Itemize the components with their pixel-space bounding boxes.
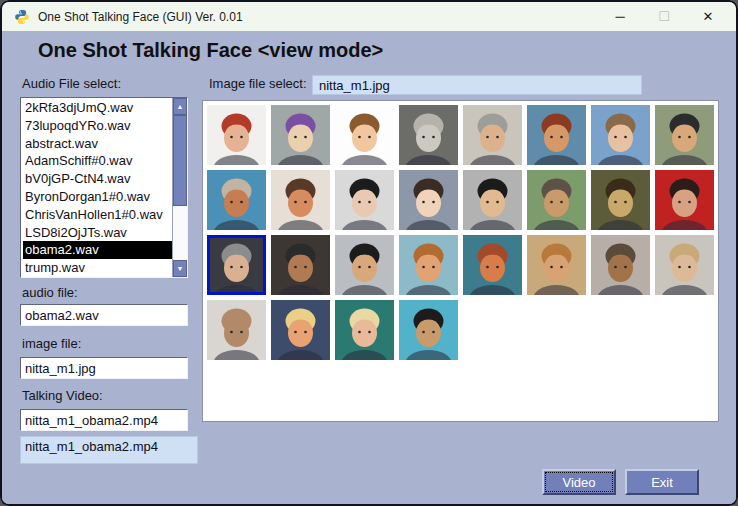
audio-file-list: 2kRfa3djUmQ.wav73lupoqdYRo.wavabstract.w… [21,98,172,277]
image-grid [203,101,718,364]
talking-video-label: Talking Video: [22,388,103,403]
audio-file-option[interactable]: abstract.wav [23,135,172,153]
face-thumb-japanese-man-gray-hair[interactable] [207,235,266,295]
face-thumb-painted-redhead-man[interactable] [527,105,586,165]
scroll-down-icon[interactable]: ▼ [173,260,187,277]
audio-file-option[interactable]: 2kRfa3djUmQ.wav [23,99,172,117]
listbox-scrollbar[interactable]: ▲ ▼ [172,98,187,277]
face-thumb-woody-cowboy[interactable] [335,105,394,165]
audio-file-select-label: Audio File select: [22,76,121,91]
audio-file-field[interactable] [20,304,188,326]
audio-file-option[interactable]: bV0jGP-CtN4.wav [23,170,172,188]
talking-video-field[interactable] [20,409,188,431]
face-thumb-asian-woman-young[interactable] [399,170,458,230]
app-window: One Shot Talking Face (GUI) Ver. 0.01 ─ … [0,0,738,506]
face-thumb-woman-red-background[interactable] [655,170,714,230]
face-thumb-man-sunglasses[interactable] [527,170,586,230]
face-thumb-painted-dark-hair-man[interactable] [655,105,714,165]
window-title: One Shot Talking Face (GUI) Ver. 0.01 [38,10,598,24]
talking-video-list-item[interactable]: nitta_m1_obama2.mp4 [20,436,198,464]
page-title: One Shot Talking Face <view mode> [38,39,383,62]
audio-file-label: audio file: [22,285,78,300]
audio-file-option[interactable]: ChrisVanHollen1#0.wav [23,206,172,224]
python-logo-icon [14,9,30,25]
exit-button[interactable]: Exit [625,469,699,495]
face-thumb-painted-smiling-man[interactable] [399,235,458,295]
face-thumb-blonde-woman[interactable] [335,300,394,360]
audio-file-option[interactable]: 73lupoqdYRo.wav [23,117,172,135]
face-thumb-painted-blue-coat-man[interactable] [591,105,650,165]
face-thumb-painted-woman-orange[interactable] [463,235,522,295]
face-thumb-painted-young-man[interactable] [271,170,330,230]
title-bar: One Shot Talking Face (GUI) Ver. 0.01 ─ … [2,2,736,31]
face-thumb-japanese-man-suit[interactable] [463,170,522,230]
video-button[interactable]: Video [542,469,616,495]
face-thumb-trump[interactable] [271,300,330,360]
scrollbar-thumb[interactable] [173,115,187,206]
face-thumb-david-statue[interactable] [399,105,458,165]
face-thumb-chucky-doll[interactable] [207,105,266,165]
face-thumb-mona-lisa[interactable] [591,170,650,230]
close-button[interactable]: ✕ [686,2,730,31]
face-thumb-japanese-man-teal[interactable] [399,300,458,360]
audio-file-option[interactable]: AdamSchiff#0.wav [23,152,172,170]
image-file-field[interactable] [20,357,188,379]
face-thumb-japanese-man-glasses[interactable] [335,235,394,295]
audio-file-listbox[interactable]: 2kRfa3djUmQ.wav73lupoqdYRo.wavabstract.w… [20,97,188,278]
minimize-button[interactable]: ─ [598,2,642,31]
main-area: One Shot Talking Face <view mode> Audio … [2,31,736,504]
face-thumb-asian-woman-dark-hair[interactable] [335,170,394,230]
face-thumb-sculpted-head[interactable] [655,235,714,295]
face-thumb-nefertiti-statue[interactable] [591,235,650,295]
image-file-select-label: Image file select: [209,76,307,91]
face-thumb-elderly-man-glasses[interactable] [463,105,522,165]
face-thumb-clay-mask[interactable] [207,300,266,360]
face-thumb-painted-man-quiff[interactable] [527,235,586,295]
face-thumb-painted-old-man-blue[interactable] [207,170,266,230]
scroll-up-icon[interactable]: ▲ [173,98,187,115]
audio-file-option[interactable]: trump.wav [23,259,172,277]
face-thumb-obama[interactable] [271,235,330,295]
maximize-button[interactable]: ☐ [642,2,686,31]
audio-file-option[interactable]: ByronDorgan1#0.wav [23,188,172,206]
image-panel [202,100,719,422]
image-file-select-field[interactable]: nitta_m1.jpg [312,75,642,95]
image-file-label: image file: [22,336,81,351]
scrollbar-track[interactable] [173,115,187,260]
face-thumb-buzz-lightyear[interactable] [271,105,330,165]
audio-file-option[interactable]: LSD8i2OjJTs.wav [23,224,172,242]
audio-file-option[interactable]: obama2.wav [23,241,172,259]
